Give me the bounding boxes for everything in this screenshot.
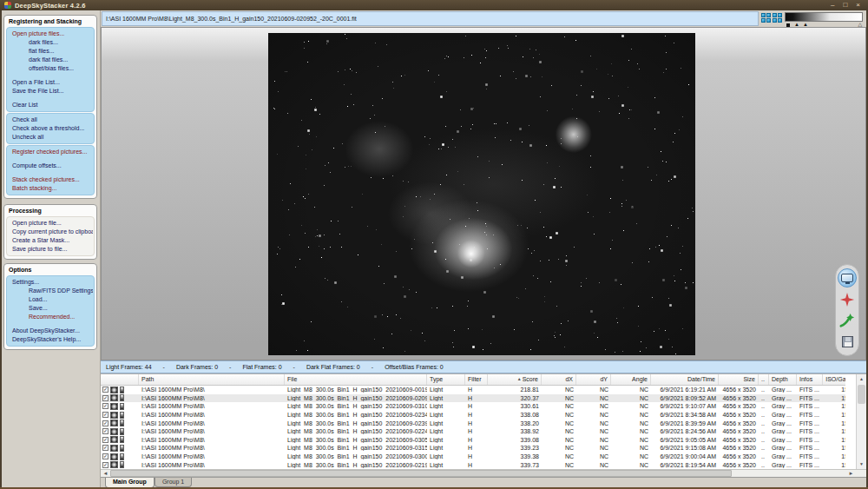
column-header-path[interactable]: Path [139,374,285,385]
vertical-scroll-thumb[interactable] [858,385,865,404]
sidebar-link[interactable]: Batch stacking... [8,184,93,193]
table-row[interactable]: ✓I:\ASI 1600MM Pro\M8\Light_M8_300.0s_Bi… [101,453,845,461]
column-header-dx[interactable]: dX [542,374,576,385]
cell-filter: H [465,453,488,459]
edit-stars-button[interactable] [838,290,857,309]
row-checkbox[interactable]: ✓ [102,387,108,393]
horizontal-scroll-thumb[interactable] [110,470,732,477]
cell-size: 4656 x 3520 [719,412,759,418]
sidebar-link[interactable]: Open picture file... [8,219,93,228]
column-header-iso-gain[interactable]: ISO/Gain [823,374,845,385]
cell-file: Light_M8_300.0s_Bin1_H_gain150_20210609-… [285,437,427,443]
sidebar-link[interactable]: Copy current picture to clipboard [8,228,93,236]
cell--: .. [759,420,769,426]
sidebar-group: ProcessingOpen picture file...Copy curre… [3,204,97,260]
row-checkbox[interactable]: ✓ [102,428,108,434]
row-checkbox[interactable]: ✓ [102,412,108,418]
sidebar-link[interactable]: Load... [8,295,93,304]
table-row[interactable]: ✓I:\ASI 1600MM Pro\M8\Light_M8_300.0s_Bi… [101,427,845,436]
channel-grid-icon[interactable] [773,13,782,27]
channel-grid-buttons [761,12,782,27]
cell--: .. [759,403,769,409]
table-row[interactable]: ✓I:\ASI 1600MM Pro\M8\Light_M8_300.0s_Bi… [101,419,845,427]
row-checkbox[interactable]: ✓ [102,420,108,426]
table-row[interactable]: ✓I:\ASI 1600MM Pro\M8\Light_M8_300.0s_Bi… [101,460,845,469]
sidebar-link[interactable]: Register checked pictures... [8,148,93,156]
sidebar-link[interactable]: flat files... [8,47,93,56]
column-header-angle[interactable]: Angle [611,374,651,385]
gradient-bar[interactable] [785,12,863,22]
cell-depth: Gray ... [769,445,797,451]
status-bar: Light Frames: 44-Dark Frames: 0-Flat Fra… [101,360,866,373]
table-row[interactable]: ✓I:\ASI 1600MM Pro\M8\Light_M8_300.0s_Bi… [101,386,845,394]
sidebar-link[interactable]: Open a File List... [8,78,93,87]
cell-iso-gain: 150 [823,462,845,468]
column-header-dy[interactable]: dY [576,374,611,385]
red-star-icon [839,292,855,307]
row-checkbox[interactable]: ✓ [102,395,108,401]
column-header-depth[interactable]: Depth [769,374,797,385]
cell-score: 320.37 [488,395,542,401]
monitor-icon [841,274,853,282]
sidebar-panel: Settings...Raw/FITS DDP Settings...Load.… [6,275,95,347]
cell-size: 4656 x 3520 [719,420,759,426]
sidebar-link[interactable]: Settings... [8,278,93,287]
file-path-bar: I:\ASI 1600MM Pro\M8\Light_M8_300.0s_Bin… [102,11,759,26]
table-row[interactable]: ✓I:\ASI 1600MM Pro\M8\Light_M8_300.0s_Bi… [101,411,845,420]
sidebar-link[interactable]: Save... [8,304,93,313]
scroll-down-icon[interactable]: ▼ [857,459,866,469]
row-checkbox[interactable]: ✓ [102,403,108,409]
sidebar-link[interactable]: Clear List [8,101,93,109]
cell-iso-gain: 150 [823,453,845,459]
table-row[interactable]: ✓I:\ASI 1600MM Pro\M8\Light_M8_300.0s_Bi… [101,402,845,411]
sidebar-link[interactable]: Check above a threshold... [8,124,93,133]
channel-grid-icon[interactable] [761,13,771,27]
close-button[interactable]: × [856,2,860,9]
save-image-button[interactable] [838,333,857,352]
sidebar-link[interactable]: Recommended... [8,313,93,321]
scroll-up-icon[interactable]: ▲ [857,374,866,384]
frame-count: Dark Flat Frames: 0 [306,364,360,370]
row-checkbox[interactable]: ✓ [102,462,108,468]
histogram-icon [120,387,124,393]
scroll-left-icon[interactable]: ◄ [101,470,110,477]
column-header--[interactable]: .. [759,374,769,385]
column-header-size[interactable]: Size [719,374,759,385]
row-checkbox[interactable]: ✓ [102,445,108,451]
sidebar-link[interactable]: Stack checked pictures... [8,175,93,184]
floppy-disk-icon [842,336,853,347]
column-header-file[interactable]: File [285,374,427,385]
column-header-score[interactable]: ▲Score [488,374,542,385]
column-header-infos[interactable]: Infos [797,374,823,385]
sidebar-link[interactable]: Uncheck all [8,133,93,142]
cell-path: I:\ASI 1600MM Pro\M8\ [139,445,285,451]
minimize-button[interactable]: – [831,2,834,9]
sidebar-link[interactable]: DeepSkyStacker's Help... [8,335,93,344]
sidebar-link[interactable]: Compute offsets... [8,162,93,170]
table-row[interactable]: ✓I:\ASI 1600MM Pro\M8\Light_M8_300.0s_Bi… [101,444,845,453]
vertical-scrollbar[interactable]: ▲ ▼ [856,374,866,469]
column-header-date-time[interactable]: Date/Time [651,374,719,385]
sidebar-link[interactable]: offset/bias files... [8,64,93,73]
maximize-button[interactable]: □ [843,2,847,9]
sidebar-link[interactable]: Open picture files... [8,30,93,38]
scroll-right-icon[interactable]: ► [846,470,856,477]
sidebar-link[interactable]: Raw/FITS DDP Settings... [8,287,93,295]
column-header-filter[interactable]: Filter [465,374,488,385]
sidebar-link[interactable]: Save the File List... [8,87,93,96]
sidebar-link[interactable]: Save picture to file... [8,245,93,254]
sidebar-link[interactable]: Check all [8,116,93,124]
tab-group-1[interactable]: Group 1 [155,478,192,487]
sidebar-link[interactable]: dark files... [8,38,93,47]
sidebar-link[interactable]: About DeepSkyStacker... [8,327,93,335]
column-header-type[interactable]: Type [427,374,465,385]
sidebar-link[interactable]: Create a Star Mask... [8,236,93,245]
horizontal-scrollbar[interactable]: ◄ ► [101,469,866,477]
row-checkbox[interactable]: ✓ [102,437,108,443]
table-row[interactable]: ✓I:\ASI 1600MM Pro\M8\Light_M8_300.0s_Bi… [101,394,845,403]
sidebar-link[interactable]: dark flat files... [8,56,93,64]
row-checkbox[interactable]: ✓ [102,453,108,459]
table-row[interactable]: ✓I:\ASI 1600MM Pro\M8\Light_M8_300.0s_Bi… [101,436,845,445]
edit-comet-button[interactable] [838,311,857,330]
select-rect-button[interactable] [838,268,857,287]
